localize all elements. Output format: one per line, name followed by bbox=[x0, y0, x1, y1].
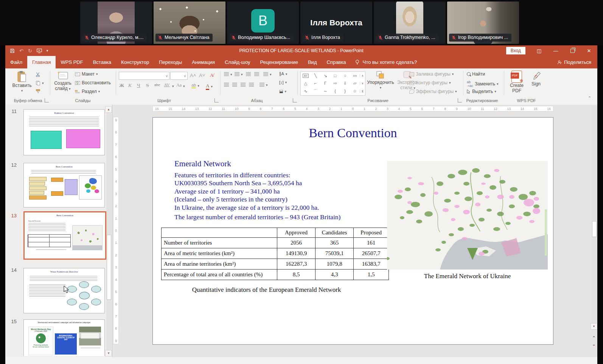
shape-triangle-icon[interactable]: △ bbox=[304, 81, 307, 86]
tab-insert[interactable]: Вставка bbox=[88, 56, 116, 68]
align-center-button[interactable] bbox=[232, 83, 237, 87]
shapes-scroll-down-icon[interactable]: ∨ bbox=[360, 82, 365, 85]
thumbnail-scroll-up-icon[interactable]: ▲ bbox=[105, 106, 112, 113]
tab-slideshow[interactable]: Слайд-шоу bbox=[220, 56, 255, 68]
font-name-combo[interactable]: ∨ bbox=[119, 72, 169, 80]
emerald-indicators-table[interactable]: Approved Candidates Proposed Number of t… bbox=[161, 228, 389, 280]
tell-me-box[interactable]: Что вы хотите сделать? bbox=[351, 56, 421, 68]
font-color-button[interactable]: А▾ bbox=[206, 83, 213, 90]
shape-curve-icon[interactable]: ∼ bbox=[323, 89, 327, 94]
shape-arrow-icon[interactable]: ↘ bbox=[323, 73, 327, 78]
slide-thumbnail-14[interactable]: Water Framework Directive bbox=[23, 268, 105, 313]
align-left-button[interactable] bbox=[224, 83, 229, 87]
share-button[interactable]: Поделиться bbox=[557, 56, 597, 68]
character-spacing-button[interactable]: AV bbox=[164, 82, 169, 87]
increase-indent-button[interactable] bbox=[254, 72, 259, 76]
subscript-abc-button[interactable]: abc bbox=[154, 82, 160, 87]
tab-file[interactable]: Файл bbox=[5, 56, 27, 68]
shape-arc-icon[interactable]: ⌒ bbox=[314, 88, 318, 94]
sign-button[interactable]: Sign bbox=[528, 71, 544, 87]
font-dialog-launcher[interactable] bbox=[214, 98, 219, 102]
next-slide-icon[interactable]: ⏷ bbox=[591, 342, 597, 349]
paragraph-dialog-launcher[interactable] bbox=[293, 98, 297, 102]
grow-font-button[interactable]: A˄ bbox=[190, 73, 196, 78]
ukraine-emerald-map[interactable] bbox=[387, 161, 548, 270]
replace-button[interactable]: ab⇢acЗаменить▾ bbox=[467, 80, 499, 88]
thumbnail-scrollbar-thumb[interactable] bbox=[107, 235, 111, 300]
participant-tile[interactable]: Олександр Курило, м.... bbox=[80, 2, 152, 44]
thumbnail-scroll-down-icon[interactable]: ▼ bbox=[105, 350, 112, 356]
slide-title[interactable]: Bern Convention bbox=[153, 126, 553, 140]
slide-body-text[interactable]: Features of territories in different cou… bbox=[174, 171, 340, 221]
justify-button[interactable] bbox=[249, 83, 254, 87]
slide-scrollbar-thumb[interactable] bbox=[592, 221, 597, 237]
shape-flowchart-icon[interactable]: ▱ bbox=[353, 81, 356, 86]
columns-button[interactable]: ▾ bbox=[260, 83, 268, 87]
shape-scribble-icon[interactable]: ∿ bbox=[304, 89, 307, 94]
numbering-button[interactable]: ▾ bbox=[235, 72, 243, 76]
participant-tile[interactable]: B Володимир Шалаєвсь... bbox=[227, 2, 299, 44]
bold-button[interactable]: Ж bbox=[119, 82, 124, 88]
layout-button[interactable]: Макет▾ bbox=[75, 71, 98, 77]
slide-thumbnail-12[interactable]: Bern Convention bbox=[23, 163, 105, 208]
copy-button[interactable]: ▾ bbox=[36, 81, 44, 85]
shape-right-arrow-icon[interactable]: ⇨ bbox=[333, 81, 337, 86]
shape-elbow-arrow-icon[interactable]: Γ bbox=[324, 81, 326, 85]
previous-slide-icon[interactable]: ⏶ bbox=[591, 333, 597, 340]
shape-rectangle-icon[interactable]: □ bbox=[334, 73, 337, 78]
save-icon[interactable] bbox=[10, 48, 15, 53]
section-button[interactable]: Раздел▾ bbox=[75, 89, 100, 94]
participant-tile-active-speaker[interactable]: Мельничук Світлана bbox=[154, 2, 225, 44]
tab-wps-pdf[interactable]: WPS PDF bbox=[56, 56, 88, 68]
scroll-down-icon[interactable]: ▼ bbox=[591, 323, 597, 330]
shape-star-icon[interactable]: ☆ bbox=[353, 89, 357, 94]
tab-animations[interactable]: Анимация bbox=[187, 56, 220, 68]
text-direction-button[interactable]: ∥A▾ bbox=[279, 71, 287, 76]
close-button[interactable]: ✕ bbox=[581, 45, 597, 56]
shape-outline-button[interactable]: Контур фигуры▾ bbox=[409, 80, 451, 85]
underline-button[interactable]: Ч bbox=[137, 82, 140, 88]
shape-rounded-rect-icon[interactable]: ▭ bbox=[353, 73, 357, 78]
shape-fill-button[interactable]: Заливка фигуры▾ bbox=[409, 71, 454, 77]
font-size-combo[interactable]: ∨ bbox=[170, 72, 188, 80]
slide-thumbnail-13-selected[interactable]: Bern Convention Emerald Network bbox=[23, 211, 106, 260]
shape-down-arrow-icon[interactable]: ⇩ bbox=[343, 81, 347, 86]
clear-format-button[interactable]: A̸ bbox=[210, 72, 213, 78]
slide-scrollbar[interactable] bbox=[592, 106, 597, 332]
find-button[interactable]: Найти bbox=[467, 71, 485, 77]
shape-elbow-icon[interactable]: ⌐ bbox=[314, 81, 317, 85]
bullets-button[interactable]: ▾ bbox=[224, 72, 232, 76]
ribbon-display-options-icon[interactable]: ◫ bbox=[531, 45, 547, 56]
line-spacing-button[interactable]: ▾ bbox=[263, 72, 272, 76]
tab-view[interactable]: Вид bbox=[303, 56, 322, 68]
highlight-color-button[interactable]: ab▾ bbox=[191, 83, 199, 88]
smartart-button[interactable]: ⬓▾ bbox=[279, 89, 286, 94]
shapes-more-icon[interactable]: ⊻ bbox=[360, 90, 365, 93]
change-case-button[interactable]: Aa bbox=[176, 82, 182, 88]
decrease-indent-button[interactable] bbox=[246, 72, 251, 76]
slide-thumbnail-15[interactable]: International environmental campaigns an… bbox=[23, 319, 105, 356]
select-button[interactable]: Выделить▾ bbox=[467, 89, 496, 94]
undo-icon[interactable]: ↶ bbox=[19, 48, 23, 54]
align-text-button[interactable]: [↕]▾ bbox=[279, 80, 287, 85]
redo-icon[interactable]: ↻ bbox=[28, 48, 32, 54]
paste-button[interactable]: Вставить ▾ bbox=[12, 71, 32, 93]
collapse-ribbon-icon[interactable]: ⌃ bbox=[588, 96, 591, 101]
tab-transitions[interactable]: Переходы bbox=[154, 56, 187, 68]
shape-effects-button[interactable]: Эффекты фигуры▾ bbox=[409, 89, 457, 94]
shrink-font-button[interactable]: A˅ bbox=[199, 73, 205, 78]
cut-button[interactable] bbox=[36, 72, 40, 77]
shape-oval-icon[interactable]: ○ bbox=[344, 73, 347, 78]
arrange-button[interactable]: Упорядочить ▾ bbox=[367, 71, 395, 90]
slide-canvas[interactable]: Bern Convention Emerald Network Features… bbox=[152, 117, 553, 345]
strikethrough-button[interactable]: S bbox=[146, 82, 149, 88]
clipboard-dialog-launcher[interactable] bbox=[45, 98, 49, 102]
restore-button[interactable] bbox=[564, 45, 581, 56]
italic-button[interactable]: К bbox=[128, 82, 132, 88]
shape-textbox-icon[interactable]: A≡ bbox=[303, 74, 309, 78]
change-case-caret[interactable]: ▾ bbox=[183, 84, 185, 88]
minimize-button[interactable]: — bbox=[547, 45, 564, 56]
reset-button[interactable]: Восстановить bbox=[75, 80, 111, 85]
format-painter-button[interactable] bbox=[36, 89, 40, 94]
tab-review[interactable]: Рецензирование bbox=[255, 56, 303, 68]
